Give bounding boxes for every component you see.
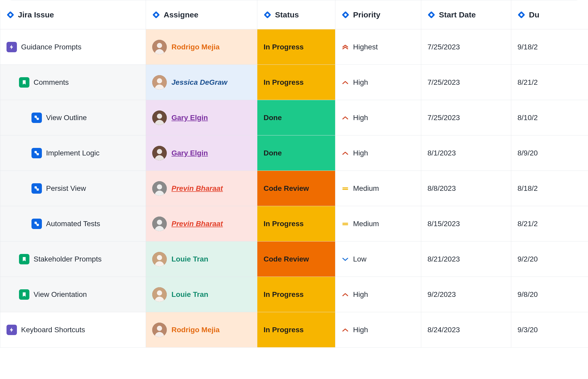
assignee-name: Jessica DeGraw [171,78,227,87]
table-row[interactable]: Comments Jessica DeGraw In Progress High… [0,65,588,100]
priority-cell[interactable]: Highest [335,29,421,64]
assignee-cell[interactable]: Louie Tran [146,241,257,277]
status-cell[interactable]: In Progress [257,206,335,241]
col-header-issue[interactable]: Jira Issue [0,0,146,29]
avatar [152,287,167,302]
due-date-cell[interactable]: 8/21/2 [511,65,588,100]
table-row[interactable]: Automated Tests Previn Bharaat In Progre… [0,206,588,241]
story-icon [19,289,29,300]
epic-icon [7,325,17,335]
priority-cell[interactable]: High [335,65,421,100]
start-date-cell[interactable]: 7/25/2023 [421,29,511,65]
priority-cell[interactable]: High [335,100,421,135]
priority-label: High [353,326,368,334]
epic-icon [7,42,17,52]
table-header-row: Jira Issue Assignee Status Priority Star… [0,0,588,29]
priority-cell[interactable]: Low [335,241,421,277]
jira-issues-table: Jira Issue Assignee Status Priority Star… [0,0,588,348]
start-date-cell[interactable]: 7/25/2023 [421,65,511,100]
issue-title[interactable]: Comments [34,78,69,87]
col-header-priority[interactable]: Priority [335,0,421,29]
due-date-cell[interactable]: 8/21/2 [511,206,588,241]
table-row[interactable]: View Orientation Louie Tran In Progress … [0,277,588,312]
status-cell[interactable]: Code Review [257,241,335,277]
start-date-cell[interactable]: 8/21/2023 [421,241,511,277]
status-label: In Progress [264,326,304,334]
status-cell[interactable]: Done [257,135,335,171]
priority-high-icon [342,292,349,297]
priority-cell[interactable]: Medium [335,206,421,241]
status-cell[interactable]: In Progress [257,65,335,100]
due-date-cell[interactable]: 8/10/2 [511,100,588,135]
assignee-cell[interactable]: Gary Elgin [146,100,257,135]
status-label: In Progress [264,290,304,298]
assignee-cell[interactable]: Rodrigo Mejia [146,312,257,347]
priority-cell[interactable]: Medium [335,171,421,206]
issue-title[interactable]: View Outline [46,114,87,122]
avatar [152,323,167,337]
jira-table-frame: Jira Issue Assignee Status Priority Star… [0,0,588,379]
status-label: Code Review [264,255,309,263]
priority-cell[interactable]: High [335,277,421,312]
assignee-name: Louie Tran [171,255,208,263]
col-header-status[interactable]: Status [257,0,335,29]
due-date-cell[interactable]: 9/8/20 [511,277,588,312]
start-date-cell[interactable]: 8/1/2023 [421,135,511,171]
issue-title[interactable]: Automated Tests [46,220,100,228]
avatar [152,110,167,125]
due-date-cell[interactable]: 8/18/2 [511,171,588,206]
table-row[interactable]: Persist View Previn Bharaat Code Review … [0,171,588,206]
start-date-cell[interactable]: 8/8/2023 [421,171,511,206]
jira-diamond-icon [264,11,271,19]
table-row[interactable]: View Outline Gary Elgin Done High 7/25/2… [0,100,588,135]
start-date-cell[interactable]: 8/24/2023 [421,312,511,348]
issue-title[interactable]: Implement Logic [46,149,99,157]
status-cell[interactable]: In Progress [257,29,335,65]
assignee-cell[interactable]: Rodrigo Mejia [146,29,257,64]
assignee-name: Previn Bharaat [171,184,223,193]
start-date-cell[interactable]: 8/15/2023 [421,206,511,241]
col-header-due-date[interactable]: Du [511,0,588,29]
col-header-assignee[interactable]: Assignee [146,0,257,29]
assignee-cell[interactable]: Gary Elgin [146,135,257,171]
priority-high-icon [342,327,349,332]
table-row[interactable]: Stakeholder Prompts Louie Tran Code Revi… [0,241,588,277]
table-row[interactable]: Guidance Prompts Rodrigo Mejia In Progre… [0,29,588,65]
start-date-cell[interactable]: 9/2/2023 [421,277,511,312]
issue-title[interactable]: Keyboard Shortcuts [21,326,85,334]
assignee-cell[interactable]: Jessica DeGraw [146,65,257,100]
priority-label: High [353,114,368,122]
subtask-icon [31,113,42,123]
subtask-icon [31,148,42,158]
assignee-cell[interactable]: Louie Tran [146,277,257,312]
jira-diamond-icon [342,11,349,19]
start-date-cell[interactable]: 7/25/2023 [421,100,511,135]
jira-diamond-icon [7,11,14,19]
assignee-cell[interactable]: Previn Bharaat [146,171,257,206]
status-cell[interactable]: In Progress [257,312,335,348]
due-date-cell[interactable]: 9/2/20 [511,241,588,277]
issue-title[interactable]: View Orientation [34,290,87,299]
assignee-cell[interactable]: Previn Bharaat [146,206,257,241]
issue-title[interactable]: Stakeholder Prompts [34,255,101,263]
issue-title[interactable]: Persist View [46,184,86,193]
priority-label: High [353,78,368,87]
due-date-cell[interactable]: 9/3/20 [511,312,588,348]
status-label: Done [264,149,282,157]
col-header-start-date[interactable]: Start Date [421,0,511,29]
avatar [152,217,167,231]
table-row[interactable]: Implement Logic Gary Elgin Done High 8/1… [0,135,588,171]
priority-high-icon [342,151,349,156]
assignee-name: Rodrigo Mejia [171,43,220,51]
status-cell[interactable]: Code Review [257,171,335,206]
issue-title[interactable]: Guidance Prompts [21,43,81,51]
table-row[interactable]: Keyboard Shortcuts Rodrigo Mejia In Prog… [0,312,588,348]
priority-cell[interactable]: High [335,135,421,171]
col-header-label: Du [529,10,539,19]
due-date-cell[interactable]: 8/9/20 [511,135,588,171]
priority-cell[interactable]: High [335,312,421,347]
status-cell[interactable]: In Progress [257,277,335,312]
due-date-cell[interactable]: 9/18/2 [511,29,588,65]
priority-highest-icon [342,44,349,50]
status-cell[interactable]: Done [257,100,335,135]
